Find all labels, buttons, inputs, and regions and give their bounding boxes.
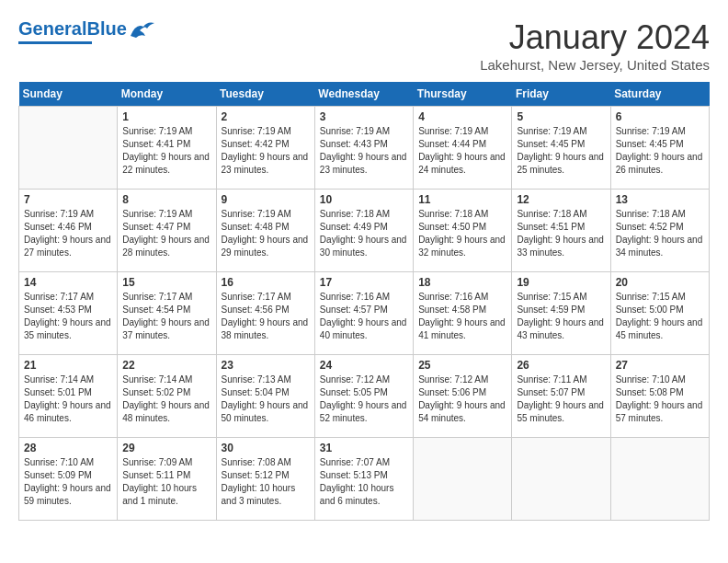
day-info: Sunrise: 7:09 AM Sunset: 5:11 PM Dayligh…	[122, 456, 210, 508]
day-info: Sunrise: 7:18 AM Sunset: 4:50 PM Dayligh…	[418, 208, 506, 259]
day-number: 26	[517, 359, 605, 372]
calendar-cell: 6Sunrise: 7:19 AM Sunset: 4:45 PM Daylig…	[610, 107, 709, 190]
calendar-cell: 31Sunrise: 7:07 AM Sunset: 5:13 PM Dayli…	[314, 438, 413, 521]
calendar-cell	[19, 107, 118, 190]
day-number: 25	[418, 359, 506, 372]
calendar-cell: 27Sunrise: 7:10 AM Sunset: 5:08 PM Dayli…	[610, 355, 709, 438]
weekday-header-sunday: Sunday	[19, 82, 118, 107]
day-number: 31	[320, 442, 408, 454]
day-info: Sunrise: 7:16 AM Sunset: 4:58 PM Dayligh…	[418, 291, 506, 342]
day-info: Sunrise: 7:19 AM Sunset: 4:47 PM Dayligh…	[122, 208, 210, 259]
day-number: 17	[320, 276, 408, 289]
calendar-week-row: 1Sunrise: 7:19 AM Sunset: 4:41 PM Daylig…	[19, 107, 710, 190]
calendar-cell: 14Sunrise: 7:17 AM Sunset: 4:53 PM Dayli…	[19, 272, 118, 355]
day-info: Sunrise: 7:10 AM Sunset: 5:08 PM Dayligh…	[616, 373, 704, 425]
day-number: 9	[222, 193, 310, 206]
calendar-cell: 2Sunrise: 7:19 AM Sunset: 4:42 PM Daylig…	[216, 107, 314, 190]
day-info: Sunrise: 7:19 AM Sunset: 4:44 PM Dayligh…	[418, 125, 506, 177]
calendar-cell: 15Sunrise: 7:17 AM Sunset: 4:54 PM Dayli…	[118, 272, 216, 355]
weekday-header-friday: Friday	[512, 82, 610, 107]
day-info: Sunrise: 7:18 AM Sunset: 4:49 PM Dayligh…	[320, 208, 408, 259]
calendar-week-row: 7Sunrise: 7:19 AM Sunset: 4:46 PM Daylig…	[19, 190, 710, 272]
calendar-cell: 20Sunrise: 7:15 AM Sunset: 5:00 PM Dayli…	[610, 272, 709, 355]
weekday-header-monday: Monday	[118, 82, 216, 107]
day-number: 5	[517, 110, 605, 123]
calendar-cell: 8Sunrise: 7:19 AM Sunset: 4:47 PM Daylig…	[118, 190, 216, 272]
weekday-header-tuesday: Tuesday	[216, 82, 314, 107]
calendar-cell: 24Sunrise: 7:12 AM Sunset: 5:05 PM Dayli…	[314, 355, 413, 438]
day-info: Sunrise: 7:14 AM Sunset: 5:01 PM Dayligh…	[24, 373, 112, 425]
weekday-header-saturday: Saturday	[610, 82, 709, 107]
logo-text: GeneralBlue	[18, 18, 127, 40]
day-info: Sunrise: 7:19 AM Sunset: 4:45 PM Dayligh…	[517, 125, 605, 177]
calendar-cell: 28Sunrise: 7:10 AM Sunset: 5:09 PM Dayli…	[19, 438, 118, 521]
calendar-cell: 10Sunrise: 7:18 AM Sunset: 4:49 PM Dayli…	[314, 190, 413, 272]
calendar-cell: 9Sunrise: 7:19 AM Sunset: 4:48 PM Daylig…	[216, 190, 314, 272]
calendar-cell: 4Sunrise: 7:19 AM Sunset: 4:44 PM Daylig…	[414, 107, 512, 190]
calendar-cell: 21Sunrise: 7:14 AM Sunset: 5:01 PM Dayli…	[19, 355, 118, 438]
weekday-header-thursday: Thursday	[414, 82, 512, 107]
day-info: Sunrise: 7:15 AM Sunset: 5:00 PM Dayligh…	[616, 291, 704, 342]
day-info: Sunrise: 7:17 AM Sunset: 4:54 PM Dayligh…	[122, 291, 210, 342]
day-info: Sunrise: 7:12 AM Sunset: 5:06 PM Dayligh…	[418, 373, 506, 425]
day-info: Sunrise: 7:19 AM Sunset: 4:46 PM Dayligh…	[24, 208, 112, 259]
day-number: 16	[222, 276, 310, 289]
day-info: Sunrise: 7:19 AM Sunset: 4:43 PM Dayligh…	[320, 125, 408, 177]
day-info: Sunrise: 7:18 AM Sunset: 4:51 PM Dayligh…	[517, 208, 605, 259]
calendar-week-row: 14Sunrise: 7:17 AM Sunset: 4:53 PM Dayli…	[19, 272, 710, 355]
day-number: 10	[320, 193, 408, 206]
day-info: Sunrise: 7:13 AM Sunset: 5:04 PM Dayligh…	[222, 373, 310, 425]
month-title: January 2024	[480, 18, 710, 57]
day-info: Sunrise: 7:18 AM Sunset: 4:52 PM Dayligh…	[616, 208, 704, 259]
calendar-cell: 12Sunrise: 7:18 AM Sunset: 4:51 PM Dayli…	[512, 190, 610, 272]
title-area: January 2024 Lakehurst, New Jersey, Unit…	[480, 18, 710, 73]
calendar-cell: 16Sunrise: 7:17 AM Sunset: 4:56 PM Dayli…	[216, 272, 314, 355]
logo: GeneralBlue	[18, 18, 156, 44]
day-number: 7	[24, 193, 112, 206]
day-number: 1	[122, 110, 210, 123]
weekday-header-row: SundayMondayTuesdayWednesdayThursdayFrid…	[19, 82, 710, 107]
calendar-cell: 19Sunrise: 7:15 AM Sunset: 4:59 PM Dayli…	[512, 272, 610, 355]
calendar-cell	[512, 438, 610, 521]
calendar-cell: 1Sunrise: 7:19 AM Sunset: 4:41 PM Daylig…	[118, 107, 216, 190]
day-number: 18	[418, 276, 506, 289]
day-number: 14	[24, 276, 112, 289]
weekday-header-wednesday: Wednesday	[314, 82, 413, 107]
calendar-cell: 26Sunrise: 7:11 AM Sunset: 5:07 PM Dayli…	[512, 355, 610, 438]
logo-bird-icon	[129, 19, 156, 40]
day-number: 19	[517, 276, 605, 289]
day-info: Sunrise: 7:15 AM Sunset: 4:59 PM Dayligh…	[517, 291, 605, 342]
day-number: 6	[616, 110, 704, 123]
calendar-cell: 30Sunrise: 7:08 AM Sunset: 5:12 PM Dayli…	[216, 438, 314, 521]
calendar-table: SundayMondayTuesdayWednesdayThursdayFrid…	[18, 82, 710, 521]
day-number: 11	[418, 193, 506, 206]
day-number: 30	[222, 442, 310, 454]
day-info: Sunrise: 7:19 AM Sunset: 4:45 PM Dayligh…	[616, 125, 704, 177]
day-info: Sunrise: 7:14 AM Sunset: 5:02 PM Dayligh…	[122, 373, 210, 425]
day-number: 3	[320, 110, 408, 123]
day-number: 22	[122, 359, 210, 372]
calendar-cell: 11Sunrise: 7:18 AM Sunset: 4:50 PM Dayli…	[414, 190, 512, 272]
day-info: Sunrise: 7:17 AM Sunset: 4:56 PM Dayligh…	[222, 291, 310, 342]
calendar-cell: 7Sunrise: 7:19 AM Sunset: 4:46 PM Daylig…	[19, 190, 118, 272]
calendar-cell: 29Sunrise: 7:09 AM Sunset: 5:11 PM Dayli…	[118, 438, 216, 521]
calendar-week-row: 28Sunrise: 7:10 AM Sunset: 5:09 PM Dayli…	[19, 438, 710, 521]
day-number: 28	[24, 442, 112, 454]
day-number: 12	[517, 193, 605, 206]
day-number: 8	[122, 193, 210, 206]
day-info: Sunrise: 7:17 AM Sunset: 4:53 PM Dayligh…	[24, 291, 112, 342]
calendar-cell: 25Sunrise: 7:12 AM Sunset: 5:06 PM Dayli…	[414, 355, 512, 438]
day-info: Sunrise: 7:08 AM Sunset: 5:12 PM Dayligh…	[222, 456, 310, 508]
day-number: 24	[320, 359, 408, 372]
day-number: 4	[418, 110, 506, 123]
day-info: Sunrise: 7:12 AM Sunset: 5:05 PM Dayligh…	[320, 373, 408, 425]
location-title: Lakehurst, New Jersey, United States	[480, 57, 710, 73]
day-info: Sunrise: 7:07 AM Sunset: 5:13 PM Dayligh…	[320, 456, 408, 508]
day-info: Sunrise: 7:19 AM Sunset: 4:41 PM Dayligh…	[122, 125, 210, 177]
day-info: Sunrise: 7:11 AM Sunset: 5:07 PM Dayligh…	[517, 373, 605, 425]
day-info: Sunrise: 7:10 AM Sunset: 5:09 PM Dayligh…	[24, 456, 112, 508]
page-header: GeneralBlue January 2024 Lakehurst, New …	[18, 18, 710, 73]
day-number: 2	[222, 110, 310, 123]
day-number: 29	[122, 442, 210, 454]
calendar-cell	[610, 438, 709, 521]
